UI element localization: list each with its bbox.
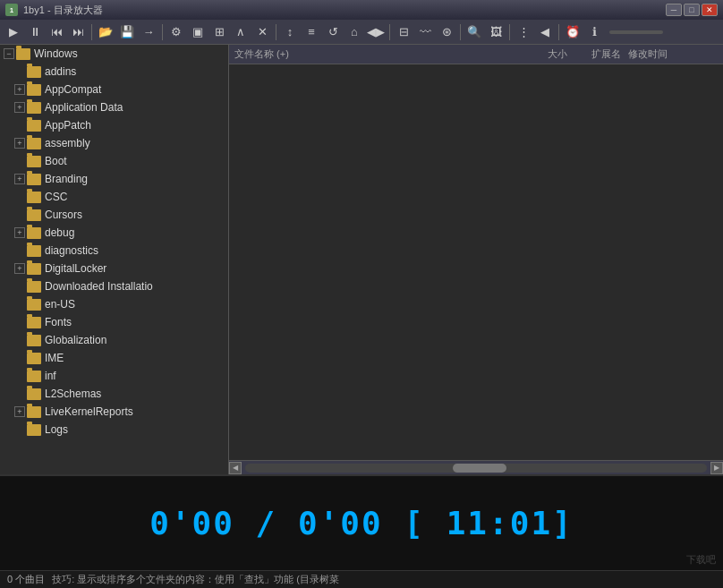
tree-item-diagnostics[interactable]: diagnostics — [0, 242, 228, 260]
fx-button[interactable]: ⊛ — [437, 22, 456, 42]
expand-appcompat[interactable]: + — [14, 84, 25, 95]
minimize-button[interactable]: ─ — [666, 4, 682, 16]
back-button[interactable]: ◀ — [535, 22, 555, 42]
tree-label-logs: Logs — [45, 423, 68, 436]
forward-button[interactable]: → — [139, 22, 158, 42]
save-button[interactable]: 💾 — [117, 22, 137, 42]
window-title: 1by1 - 目录放大器 — [23, 4, 666, 17]
tree-label-globalization: Globalization — [45, 334, 106, 346]
tree-item-branding[interactable]: + Branding — [0, 170, 228, 188]
file-header: 文件名称 (+) 大小 扩展名 修改时间 — [229, 45, 723, 64]
tree-item-ime[interactable]: IME — [0, 349, 228, 367]
tree-item-en-us[interactable]: en-US — [0, 295, 228, 313]
nav-button[interactable]: ◀▶ — [366, 22, 386, 42]
search-button[interactable]: 🔍 — [464, 22, 484, 42]
tree-item-boot[interactable]: Boot — [0, 152, 228, 170]
expand-assembly[interactable]: + — [14, 138, 25, 149]
file-content — [229, 64, 723, 460]
tree-item-logs[interactable]: Logs — [0, 421, 228, 439]
open-button[interactable]: 📂 — [96, 22, 115, 42]
play-button[interactable]: ▶ — [4, 22, 23, 42]
tree-label-appcompat: AppCompat — [45, 83, 101, 96]
grid-button[interactable]: ⊟ — [394, 22, 413, 42]
refresh-button[interactable]: ↺ — [323, 22, 343, 42]
menu-button[interactable]: ⋮ — [514, 22, 533, 42]
folder-icon-digitallocker — [27, 263, 41, 275]
tree-item-windows[interactable]: − Windows — [0, 45, 228, 63]
tree-label-addins: addins — [45, 65, 76, 78]
player-time-display: 0'00 / 0'00 [ 11:01] — [149, 505, 573, 541]
settings-button[interactable]: ⚙ — [166, 22, 186, 42]
screenshot-button[interactable]: 🖼 — [486, 22, 506, 42]
folder-icon-application-data — [27, 102, 41, 114]
sort-button[interactable]: ↕ — [280, 22, 300, 42]
maximize-button[interactable]: □ — [684, 4, 700, 16]
home-button[interactable]: ⌂ — [344, 22, 364, 42]
tree-panel[interactable]: − Windows addins + AppCompat + Applicati… — [0, 45, 229, 474]
info-button[interactable]: ℹ — [584, 22, 604, 42]
tree-label-windows: Windows — [34, 47, 78, 60]
folder-icon-assembly — [27, 138, 41, 149]
tree-item-fonts[interactable]: Fonts — [0, 313, 228, 331]
player-main: 0'00 / 0'00 [ 11:01] — [0, 476, 723, 570]
expand-branding[interactable]: + — [14, 174, 25, 184]
sep-1 — [91, 24, 92, 40]
expand-windows[interactable]: − — [4, 48, 14, 59]
tree-item-assembly[interactable]: + assembly — [0, 134, 228, 152]
toolbar: ▶ ⏸ ⏮ ⏭ 📂 💾 → ⚙ ▣ ⊞ ∧ ✕ ↕ ≡ ↺ ⌂ ◀▶ ⊟ 〰 ⊛… — [0, 20, 723, 45]
tree-item-application-data[interactable]: + Application Data — [0, 98, 228, 116]
scrollbar-track[interactable] — [245, 464, 707, 473]
tree-item-digitallocker[interactable]: + DigitalLocker — [0, 260, 228, 277]
layout-button[interactable]: ⊞ — [209, 22, 229, 42]
folder-icon-l2schemas — [27, 388, 41, 400]
tree-item-downloaded[interactable]: Downloaded Installatio — [0, 277, 228, 295]
tree-label-boot: Boot — [45, 155, 67, 167]
scrollbar-thumb[interactable] — [453, 464, 506, 473]
folder-icon-diagnostics — [27, 245, 41, 257]
tree-label-digitallocker: DigitalLocker — [45, 262, 106, 275]
tree-item-appcompat[interactable]: + AppCompat — [0, 81, 228, 98]
status-bar: 0 个曲目 技巧: 显示或排序多个文件夹的内容：使用「查找」功能 (目录树菜 — [0, 570, 723, 588]
scroll-left[interactable]: ◀ — [229, 462, 242, 474]
clock-button[interactable]: ⏰ — [563, 22, 583, 42]
watermark: 下载吧 — [686, 553, 716, 567]
tree-item-apppatch[interactable]: AppPatch — [0, 116, 228, 134]
tree-item-inf[interactable]: inf — [0, 367, 228, 385]
pause-button[interactable]: ⏸ — [25, 22, 45, 42]
tree-label-debug: debug — [45, 226, 74, 239]
close-button[interactable]: ✕ — [702, 4, 718, 16]
tree-item-debug[interactable]: + debug — [0, 224, 228, 242]
up-button[interactable]: ∧ — [231, 22, 251, 42]
tree-item-livekernelreports[interactable]: + LiveKernelReports — [0, 403, 228, 421]
app-icon: 1 — [5, 4, 18, 16]
next-button[interactable]: ⏭ — [68, 22, 88, 42]
list-button[interactable]: ≡ — [302, 22, 321, 42]
view-button[interactable]: ▣ — [188, 22, 208, 42]
file-scrollbar[interactable]: ◀ ▶ — [229, 460, 723, 474]
close-item-button[interactable]: ✕ — [252, 22, 272, 42]
folder-icon-livekernelreports — [27, 406, 41, 418]
sep-6 — [509, 24, 510, 40]
sep-4 — [389, 24, 390, 40]
folder-icon-logs — [27, 424, 41, 436]
tree-item-cursors[interactable]: Cursors — [0, 206, 228, 224]
prev-button[interactable]: ⏮ — [47, 22, 66, 42]
header-date: 修改时间 — [628, 47, 718, 61]
expand-digitallocker[interactable]: + — [14, 263, 25, 274]
tree-item-l2schemas[interactable]: L2Schemas — [0, 385, 228, 403]
header-ext: 扩展名 — [574, 47, 628, 61]
folder-icon-globalization — [27, 335, 41, 346]
tree-item-csc[interactable]: CSC — [0, 188, 228, 206]
tree-item-addins[interactable]: addins — [0, 63, 228, 81]
folder-icon-downloaded — [27, 281, 41, 293]
expand-application-data[interactable]: + — [14, 102, 25, 113]
scroll-right[interactable]: ▶ — [710, 462, 723, 474]
title-bar: 1 1by1 - 目录放大器 ─ □ ✕ — [0, 0, 723, 20]
expand-livekernelreports[interactable]: + — [14, 406, 25, 417]
volume-slider[interactable] — [609, 30, 663, 34]
wave-button[interactable]: 〰 — [415, 22, 435, 42]
header-size: 大小 — [521, 47, 574, 61]
expand-debug[interactable]: + — [14, 227, 25, 238]
tree-item-globalization[interactable]: Globalization — [0, 331, 228, 349]
folder-icon-addins — [27, 66, 41, 78]
